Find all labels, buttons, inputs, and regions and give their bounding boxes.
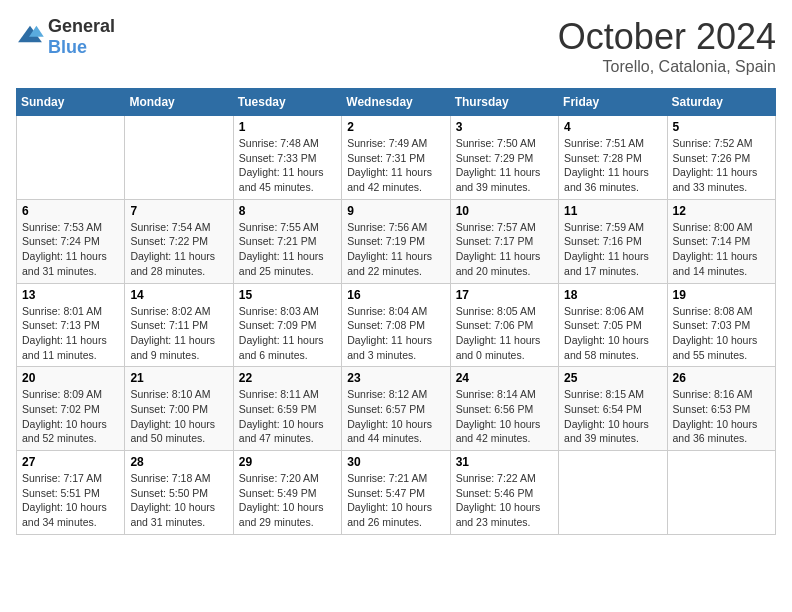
day-info: Sunrise: 8:12 AM Sunset: 6:57 PM Dayligh… <box>347 387 444 446</box>
day-number: 30 <box>347 455 444 469</box>
calendar-cell: 12Sunrise: 8:00 AM Sunset: 7:14 PM Dayli… <box>667 199 775 283</box>
day-number: 9 <box>347 204 444 218</box>
calendar-cell: 26Sunrise: 8:16 AM Sunset: 6:53 PM Dayli… <box>667 367 775 451</box>
calendar-cell: 8Sunrise: 7:55 AM Sunset: 7:21 PM Daylig… <box>233 199 341 283</box>
day-info: Sunrise: 8:09 AM Sunset: 7:02 PM Dayligh… <box>22 387 119 446</box>
calendar-cell: 27Sunrise: 7:17 AM Sunset: 5:51 PM Dayli… <box>17 451 125 535</box>
logo-icon <box>16 24 44 46</box>
day-number: 24 <box>456 371 553 385</box>
calendar-cell: 28Sunrise: 7:18 AM Sunset: 5:50 PM Dayli… <box>125 451 233 535</box>
day-number: 11 <box>564 204 661 218</box>
day-number: 25 <box>564 371 661 385</box>
calendar-cell: 24Sunrise: 8:14 AM Sunset: 6:56 PM Dayli… <box>450 367 558 451</box>
day-number: 16 <box>347 288 444 302</box>
calendar-cell: 1Sunrise: 7:48 AM Sunset: 7:33 PM Daylig… <box>233 116 341 200</box>
calendar-cell: 19Sunrise: 8:08 AM Sunset: 7:03 PM Dayli… <box>667 283 775 367</box>
day-info: Sunrise: 7:49 AM Sunset: 7:31 PM Dayligh… <box>347 136 444 195</box>
day-info: Sunrise: 7:48 AM Sunset: 7:33 PM Dayligh… <box>239 136 336 195</box>
day-number: 5 <box>673 120 770 134</box>
calendar-cell: 14Sunrise: 8:02 AM Sunset: 7:11 PM Dayli… <box>125 283 233 367</box>
day-info: Sunrise: 8:02 AM Sunset: 7:11 PM Dayligh… <box>130 304 227 363</box>
calendar-cell: 22Sunrise: 8:11 AM Sunset: 6:59 PM Dayli… <box>233 367 341 451</box>
day-number: 22 <box>239 371 336 385</box>
day-info: Sunrise: 7:50 AM Sunset: 7:29 PM Dayligh… <box>456 136 553 195</box>
calendar-cell: 13Sunrise: 8:01 AM Sunset: 7:13 PM Dayli… <box>17 283 125 367</box>
day-number: 2 <box>347 120 444 134</box>
calendar-week-row: 1Sunrise: 7:48 AM Sunset: 7:33 PM Daylig… <box>17 116 776 200</box>
day-number: 3 <box>456 120 553 134</box>
day-number: 10 <box>456 204 553 218</box>
calendar-week-row: 13Sunrise: 8:01 AM Sunset: 7:13 PM Dayli… <box>17 283 776 367</box>
day-info: Sunrise: 8:15 AM Sunset: 6:54 PM Dayligh… <box>564 387 661 446</box>
calendar-cell: 17Sunrise: 8:05 AM Sunset: 7:06 PM Dayli… <box>450 283 558 367</box>
day-info: Sunrise: 8:14 AM Sunset: 6:56 PM Dayligh… <box>456 387 553 446</box>
calendar-cell <box>667 451 775 535</box>
calendar-week-row: 6Sunrise: 7:53 AM Sunset: 7:24 PM Daylig… <box>17 199 776 283</box>
weekday-header-friday: Friday <box>559 89 667 116</box>
weekday-header-tuesday: Tuesday <box>233 89 341 116</box>
month-title: October 2024 <box>558 16 776 58</box>
day-number: 26 <box>673 371 770 385</box>
title-block: October 2024 Torello, Catalonia, Spain <box>558 16 776 76</box>
day-info: Sunrise: 7:53 AM Sunset: 7:24 PM Dayligh… <box>22 220 119 279</box>
logo: General Blue <box>16 16 115 58</box>
calendar-cell: 18Sunrise: 8:06 AM Sunset: 7:05 PM Dayli… <box>559 283 667 367</box>
weekday-header-wednesday: Wednesday <box>342 89 450 116</box>
day-info: Sunrise: 7:22 AM Sunset: 5:46 PM Dayligh… <box>456 471 553 530</box>
calendar-cell: 2Sunrise: 7:49 AM Sunset: 7:31 PM Daylig… <box>342 116 450 200</box>
calendar-cell: 5Sunrise: 7:52 AM Sunset: 7:26 PM Daylig… <box>667 116 775 200</box>
day-number: 20 <box>22 371 119 385</box>
logo-general: General <box>48 16 115 36</box>
calendar-cell: 11Sunrise: 7:59 AM Sunset: 7:16 PM Dayli… <box>559 199 667 283</box>
calendar-cell: 20Sunrise: 8:09 AM Sunset: 7:02 PM Dayli… <box>17 367 125 451</box>
calendar-cell: 23Sunrise: 8:12 AM Sunset: 6:57 PM Dayli… <box>342 367 450 451</box>
calendar-cell: 21Sunrise: 8:10 AM Sunset: 7:00 PM Dayli… <box>125 367 233 451</box>
day-info: Sunrise: 7:51 AM Sunset: 7:28 PM Dayligh… <box>564 136 661 195</box>
calendar-cell <box>559 451 667 535</box>
location-title: Torello, Catalonia, Spain <box>558 58 776 76</box>
day-info: Sunrise: 7:57 AM Sunset: 7:17 PM Dayligh… <box>456 220 553 279</box>
day-info: Sunrise: 7:56 AM Sunset: 7:19 PM Dayligh… <box>347 220 444 279</box>
day-info: Sunrise: 8:08 AM Sunset: 7:03 PM Dayligh… <box>673 304 770 363</box>
day-info: Sunrise: 7:54 AM Sunset: 7:22 PM Dayligh… <box>130 220 227 279</box>
day-info: Sunrise: 8:06 AM Sunset: 7:05 PM Dayligh… <box>564 304 661 363</box>
calendar-cell: 9Sunrise: 7:56 AM Sunset: 7:19 PM Daylig… <box>342 199 450 283</box>
weekday-header-sunday: Sunday <box>17 89 125 116</box>
weekday-header-monday: Monday <box>125 89 233 116</box>
calendar-week-row: 20Sunrise: 8:09 AM Sunset: 7:02 PM Dayli… <box>17 367 776 451</box>
day-number: 15 <box>239 288 336 302</box>
logo-blue: Blue <box>48 37 87 57</box>
day-info: Sunrise: 8:10 AM Sunset: 7:00 PM Dayligh… <box>130 387 227 446</box>
day-info: Sunrise: 8:01 AM Sunset: 7:13 PM Dayligh… <box>22 304 119 363</box>
day-info: Sunrise: 8:00 AM Sunset: 7:14 PM Dayligh… <box>673 220 770 279</box>
page-header: General Blue October 2024 Torello, Catal… <box>16 16 776 76</box>
day-info: Sunrise: 7:17 AM Sunset: 5:51 PM Dayligh… <box>22 471 119 530</box>
day-number: 4 <box>564 120 661 134</box>
calendar-week-row: 27Sunrise: 7:17 AM Sunset: 5:51 PM Dayli… <box>17 451 776 535</box>
day-number: 6 <box>22 204 119 218</box>
day-number: 12 <box>673 204 770 218</box>
calendar-cell: 6Sunrise: 7:53 AM Sunset: 7:24 PM Daylig… <box>17 199 125 283</box>
day-number: 19 <box>673 288 770 302</box>
calendar-cell: 30Sunrise: 7:21 AM Sunset: 5:47 PM Dayli… <box>342 451 450 535</box>
calendar-cell: 29Sunrise: 7:20 AM Sunset: 5:49 PM Dayli… <box>233 451 341 535</box>
day-info: Sunrise: 8:11 AM Sunset: 6:59 PM Dayligh… <box>239 387 336 446</box>
day-number: 23 <box>347 371 444 385</box>
calendar-cell: 15Sunrise: 8:03 AM Sunset: 7:09 PM Dayli… <box>233 283 341 367</box>
day-info: Sunrise: 7:55 AM Sunset: 7:21 PM Dayligh… <box>239 220 336 279</box>
day-number: 27 <box>22 455 119 469</box>
day-number: 18 <box>564 288 661 302</box>
calendar-cell: 4Sunrise: 7:51 AM Sunset: 7:28 PM Daylig… <box>559 116 667 200</box>
day-number: 28 <box>130 455 227 469</box>
day-info: Sunrise: 7:20 AM Sunset: 5:49 PM Dayligh… <box>239 471 336 530</box>
day-info: Sunrise: 8:05 AM Sunset: 7:06 PM Dayligh… <box>456 304 553 363</box>
calendar-cell: 31Sunrise: 7:22 AM Sunset: 5:46 PM Dayli… <box>450 451 558 535</box>
day-number: 29 <box>239 455 336 469</box>
day-number: 17 <box>456 288 553 302</box>
day-info: Sunrise: 7:59 AM Sunset: 7:16 PM Dayligh… <box>564 220 661 279</box>
day-info: Sunrise: 7:21 AM Sunset: 5:47 PM Dayligh… <box>347 471 444 530</box>
day-info: Sunrise: 7:52 AM Sunset: 7:26 PM Dayligh… <box>673 136 770 195</box>
weekday-header-thursday: Thursday <box>450 89 558 116</box>
day-info: Sunrise: 8:04 AM Sunset: 7:08 PM Dayligh… <box>347 304 444 363</box>
day-number: 13 <box>22 288 119 302</box>
